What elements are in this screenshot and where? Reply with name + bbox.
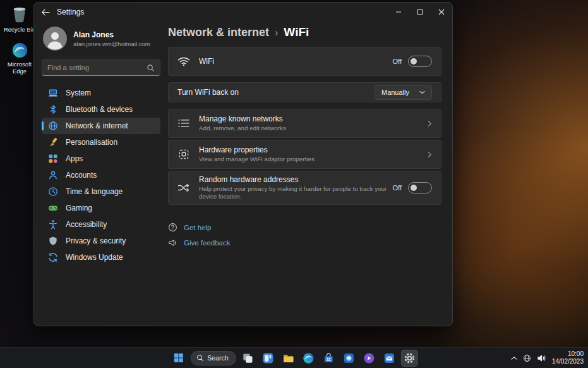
- help-icon: [168, 223, 177, 232]
- sidebar-item-gaming[interactable]: Gaming: [42, 200, 160, 216]
- give-feedback-link[interactable]: Give feedback: [184, 239, 231, 247]
- wifi-icon: [177, 56, 190, 66]
- desktop-icon-recycle-bin[interactable]: Recycle Bin: [1, 5, 38, 33]
- random-hardware-addresses-card: Random hardware addresses Help protect y…: [168, 171, 441, 205]
- wifi-toggle[interactable]: [408, 56, 432, 67]
- wifi-card: WiFi Off: [168, 47, 441, 76]
- random-addresses-toggle-state: Off: [393, 184, 402, 192]
- search-input[interactable]: [47, 64, 147, 71]
- sidebar-item-label: System: [66, 89, 91, 97]
- desktop-icon-microsoft-edge[interactable]: Microsoft Edge: [1, 42, 38, 75]
- window-title: Settings: [57, 8, 84, 16]
- edge-icon[interactable]: [300, 350, 317, 367]
- toggle-knob: [411, 58, 417, 64]
- sidebar-item-label: Apps: [66, 154, 83, 163]
- sidebar: Alan Jones alan.jones.wm@hotmail.com Sys…: [34, 21, 168, 326]
- apps-grid-icon: [48, 154, 58, 164]
- tray-clock[interactable]: 10:00 14/02/2023: [552, 350, 584, 365]
- search-icon: [196, 354, 203, 362]
- sidebar-item-bluetooth-devices[interactable]: Bluetooth & devices: [42, 101, 160, 118]
- system-icon: [48, 88, 58, 98]
- search-icon: [147, 64, 155, 72]
- task-view-icon[interactable]: [239, 350, 256, 367]
- titlebar: Settings: [34, 3, 452, 21]
- feedback-icon: [168, 238, 177, 247]
- bluetooth-icon: [48, 104, 58, 114]
- random-addresses-toggle[interactable]: [408, 182, 432, 193]
- chevron-down-icon: [419, 90, 425, 94]
- globe-icon: [48, 121, 58, 131]
- shuffle-icon: [177, 183, 190, 193]
- back-button[interactable]: [34, 3, 57, 21]
- manage-known-networks-title: Manage known networks: [199, 114, 286, 123]
- photos-icon[interactable]: [340, 350, 357, 367]
- sidebar-item-system[interactable]: System: [42, 85, 160, 101]
- start-button[interactable]: [170, 350, 187, 367]
- random-hardware-addresses-title: Random hardware addresses: [199, 175, 393, 184]
- sidebar-nav: System Bluetooth & devices Network & int…: [42, 85, 160, 266]
- recycle-bin-icon: [10, 5, 29, 24]
- dropdown-selected-value: Manually: [381, 89, 409, 96]
- network-list-icon: [177, 118, 190, 129]
- clipchamp-icon[interactable]: [361, 350, 378, 367]
- sidebar-item-label: Accessibility: [66, 220, 107, 229]
- turn-wifi-back-on-label: Turn WiFi back on: [177, 88, 239, 97]
- sidebar-item-label: Bluetooth & devices: [66, 105, 133, 114]
- chevron-right-icon: [428, 151, 432, 158]
- file-explorer-icon[interactable]: [280, 350, 297, 367]
- taskbar-search[interactable]: Search: [190, 351, 236, 365]
- paintbrush-icon: [48, 137, 58, 147]
- page-title: WiFi: [284, 25, 309, 39]
- hardware-properties-subtitle: View and manage WiFi adaptor properties: [199, 156, 315, 163]
- random-hardware-addresses-subtitle: Help protect your privacy by making it h…: [199, 185, 393, 200]
- chevron-right-icon: [428, 120, 432, 127]
- profile-card[interactable]: Alan Jones alan.jones.wm@hotmail.com: [42, 25, 160, 51]
- turn-wifi-back-on-dropdown[interactable]: Manually: [375, 85, 432, 100]
- sidebar-item-network-internet[interactable]: Network & internet: [42, 118, 160, 134]
- sidebar-item-windows-update[interactable]: Windows Update: [42, 249, 160, 266]
- mail-icon[interactable]: [381, 350, 398, 367]
- sidebar-item-time-language[interactable]: Time & language: [42, 183, 160, 200]
- tray-chevron-up-icon[interactable]: [511, 356, 517, 360]
- person-icon: [48, 170, 58, 180]
- sidebar-item-apps[interactable]: Apps: [42, 150, 160, 167]
- edge-icon: [11, 42, 28, 59]
- settings-gear-icon[interactable]: [401, 350, 418, 367]
- breadcrumb-parent[interactable]: Network & internet: [168, 26, 269, 39]
- accessibility-icon: [48, 219, 58, 230]
- tray-network-globe-icon[interactable]: [523, 354, 531, 362]
- tray-date: 14/02/2023: [552, 358, 584, 365]
- close-button[interactable]: [431, 3, 452, 21]
- breadcrumb: Network & internet › WiFi: [168, 25, 441, 39]
- wifi-toggle-state: Off: [393, 58, 402, 65]
- sidebar-item-label: Privacy & security: [66, 236, 126, 245]
- breadcrumb-separator: ›: [275, 27, 278, 39]
- clock-icon: [48, 187, 58, 197]
- toggle-knob: [411, 185, 417, 191]
- widgets-icon[interactable]: [260, 350, 277, 367]
- update-arrows-icon: [48, 252, 58, 262]
- sidebar-item-label: Time & language: [66, 187, 123, 196]
- sidebar-item-privacy-security[interactable]: Privacy & security: [42, 233, 160, 249]
- hardware-properties-row[interactable]: Hardware properties View and manage WiFi…: [168, 140, 441, 169]
- wifi-card-title: WiFi: [199, 57, 214, 66]
- store-icon[interactable]: [320, 350, 337, 367]
- sidebar-item-accessibility[interactable]: Accessibility: [42, 216, 160, 233]
- minimize-button[interactable]: [388, 3, 409, 21]
- tray-time: 10:00: [552, 350, 584, 358]
- maximize-button[interactable]: [409, 3, 431, 21]
- hardware-chip-icon: [177, 148, 190, 161]
- manage-known-networks-row[interactable]: Manage known networks Add, remove, and e…: [168, 109, 441, 138]
- hardware-properties-title: Hardware properties: [199, 145, 315, 154]
- sidebar-item-personalisation[interactable]: Personalisation: [42, 134, 160, 150]
- sidebar-item-label: Personalisation: [66, 138, 117, 147]
- sidebar-item-label: Accounts: [66, 171, 97, 180]
- shield-icon: [48, 236, 58, 246]
- tray-volume-icon[interactable]: [537, 354, 546, 362]
- get-help-link[interactable]: Get help: [184, 224, 211, 231]
- desktop-icon-label: Recycle Bin: [4, 26, 35, 33]
- manage-known-networks-subtitle: Add, remove, and edit networks: [199, 125, 286, 132]
- taskbar: Search: [0, 347, 588, 368]
- sidebar-item-accounts[interactable]: Accounts: [42, 167, 160, 183]
- sidebar-item-label: Gaming: [66, 204, 92, 212]
